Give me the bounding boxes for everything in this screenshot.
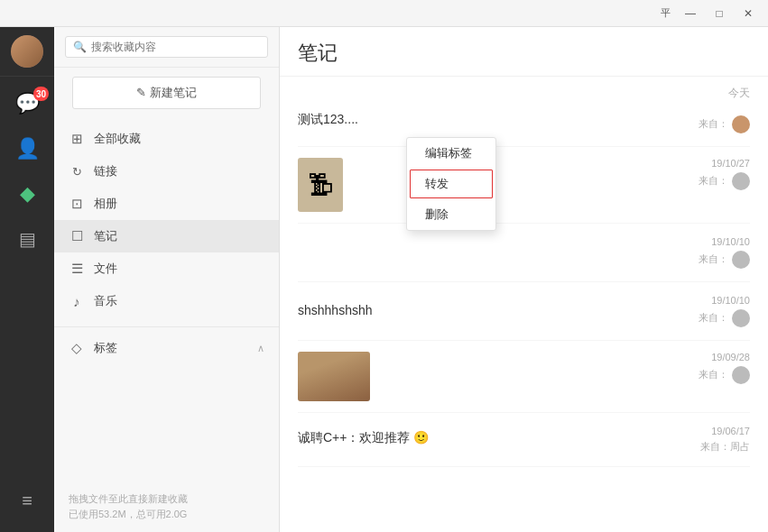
note-from-1: 来自： [678, 115, 750, 133]
contacts-icon: 👤 [15, 137, 40, 161]
menu-icon: ≡ [22, 491, 32, 511]
nav-item-label-links: 链接 [94, 163, 117, 179]
from-avatar-3 [732, 251, 750, 269]
pin-text: 平 [661, 6, 671, 20]
main-header: 笔记 [280, 27, 768, 77]
context-menu-item-forward[interactable]: 转发 [410, 170, 493, 198]
nav-item-label-music: 音乐 [94, 293, 117, 309]
icon-sidebar: 💬 30 👤 ◆ ▤ ≡ [0, 27, 54, 532]
search-input[interactable] [91, 41, 260, 53]
note-title-1: 测试123.... [298, 112, 678, 128]
notes-list: 今天 测试123.... 来自： 编辑标签 转发 删除 [280, 77, 768, 532]
table-row[interactable]: 19/09/28 来自： [298, 341, 750, 413]
context-menu: 编辑标签 转发 删除 [406, 137, 496, 231]
note-from-2: 来自： [678, 172, 750, 190]
note-date-2: 19/10/27 [678, 158, 750, 169]
note-from-6: 来自：周占 [678, 440, 750, 454]
album-icon: ⊡ [69, 196, 85, 212]
note-content-1: 测试123.... [298, 112, 678, 131]
note-meta-5: 19/09/28 来自： [678, 352, 750, 384]
nav-icon-contacts[interactable]: 👤 [0, 126, 54, 171]
nav-icon-chat[interactable]: 💬 30 [0, 81, 54, 126]
chat-badge: 30 [33, 87, 49, 101]
note-meta-6: 19/06/17 来自：周占 [678, 426, 750, 454]
all-icon: ⊞ [69, 131, 85, 147]
zip-icon: 🗜 [308, 170, 333, 200]
tag-icon: ◇ [69, 340, 85, 356]
from-avatar-1 [732, 115, 750, 133]
note-thumb-5 [298, 352, 370, 401]
window-controls: — □ ✕ [678, 4, 761, 23]
footer-storage-text: 已使用53.2M，总可用2.0G [69, 507, 264, 523]
sidebar-footer: 拖拽文件至此直接新建收藏 已使用53.2M，总可用2.0G [54, 482, 279, 532]
page-title: 笔记 [298, 40, 750, 67]
date-label-today: 今天 [298, 77, 750, 103]
note-title-6: 诚聘C++：欢迎推荐 🙂 [298, 430, 678, 446]
note-meta-3: 19/10/10 来自： [678, 236, 750, 269]
footer-drag-text: 拖拽文件至此直接新建收藏 [69, 491, 264, 508]
search-icon: 🔍 [73, 41, 87, 53]
context-menu-item-edit-tags[interactable]: 编辑标签 [407, 138, 495, 169]
nav-item-notes[interactable]: ☐ 笔记 [54, 220, 279, 252]
nav-icon-cube[interactable]: ◆ [0, 171, 54, 216]
table-row[interactable]: 19/10/10 来自： [298, 224, 750, 282]
context-menu-item-delete[interactable]: 删除 [407, 199, 495, 230]
from-avatar-5 [732, 366, 750, 384]
main-content: 笔记 今天 测试123.... 来自： 编辑标签 转发 删除 [280, 27, 768, 532]
note-meta-4: 19/10/10 来自： [678, 295, 750, 327]
nav-item-all[interactable]: ⊞ 全部收藏 [54, 123, 279, 155]
minimize-button[interactable]: — [678, 4, 703, 23]
note-thumb-zip: 🗜 [298, 158, 343, 212]
note-from-4: 来自： [678, 309, 750, 327]
note-content-2 [354, 158, 667, 194]
tag-label: 标签 [94, 340, 117, 356]
avatar-image [11, 35, 43, 68]
titlebar: 平 — □ ✕ [0, 0, 768, 27]
nav-item-files[interactable]: ☰ 文件 [54, 252, 279, 285]
nav-list: ⊞ 全部收藏 ↻ 链接 ⊡ 相册 ☐ 笔记 ☰ 文件 ♪ 音乐 [54, 118, 279, 322]
music-icon: ♪ [69, 294, 85, 309]
nav-item-label-files: 文件 [94, 261, 117, 277]
note-date-3: 19/10/10 [678, 236, 750, 247]
note-content-4: shshhhshshh [298, 303, 678, 320]
search-input-wrap[interactable]: 🔍 [65, 36, 268, 58]
new-note-button[interactable]: ✎ 新建笔记 [72, 77, 261, 109]
nav-item-music[interactable]: ♪ 音乐 [54, 285, 279, 317]
table-row[interactable]: shshhhshshh 19/10/10 来自： [298, 282, 750, 341]
table-row[interactable]: 诚聘C++：欢迎推荐 🙂 19/06/17 来自：周占 [298, 413, 750, 467]
note-date-6: 19/06/17 [678, 426, 750, 436]
nav-item-links[interactable]: ↻ 链接 [54, 155, 279, 188]
tag-left: ◇ 标签 [69, 340, 117, 356]
nav-item-album[interactable]: ⊡ 相册 [54, 188, 279, 220]
nav-item-label-album: 相册 [94, 196, 117, 212]
note-title-4: shshhhshshh [298, 303, 678, 317]
nav-icon-folder[interactable]: ▤ [0, 216, 54, 261]
nav-item-label-notes: 笔记 [94, 228, 117, 244]
avatar[interactable] [11, 35, 43, 68]
from-avatar-4 [732, 309, 750, 327]
files-icon: ☰ [69, 261, 85, 277]
notes-icon: ☐ [69, 228, 85, 244]
table-row[interactable]: 🗜 19/10/27 来自： [298, 147, 750, 224]
icon-nav-bottom: ≡ [0, 478, 54, 532]
nav-item-label-all: 全部收藏 [94, 131, 141, 147]
nav-icon-menu[interactable]: ≡ [0, 478, 54, 523]
note-meta-1: 来自： [678, 112, 750, 133]
maximize-button[interactable]: □ [707, 4, 732, 23]
avatar-wrap[interactable] [0, 27, 54, 77]
note-meta-2: 19/10/27 来自： [678, 158, 750, 190]
tag-section[interactable]: ◇ 标签 ∧ [54, 332, 279, 364]
mid-sidebar: 🔍 ✎ 新建笔记 ⊞ 全部收藏 ↻ 链接 ⊡ 相册 ☐ 笔记 ☰ [54, 27, 280, 532]
cube-icon: ◆ [20, 182, 35, 206]
app-body: 💬 30 👤 ◆ ▤ ≡ 🔍 ✎ 新建笔记 [0, 27, 768, 532]
table-row[interactable]: 测试123.... 来自： 编辑标签 转发 删除 [298, 103, 750, 147]
tag-chevron-icon: ∧ [257, 343, 264, 354]
icon-nav: 💬 30 👤 ◆ ▤ [0, 77, 54, 261]
note-content-3 [298, 252, 678, 254]
note-from-3: 来自： [678, 251, 750, 269]
note-from-5: 来自： [678, 366, 750, 384]
from-avatar-2 [732, 172, 750, 190]
close-button[interactable]: ✕ [736, 4, 761, 23]
folder-icon: ▤ [19, 228, 36, 250]
search-bar: 🔍 [54, 27, 279, 68]
